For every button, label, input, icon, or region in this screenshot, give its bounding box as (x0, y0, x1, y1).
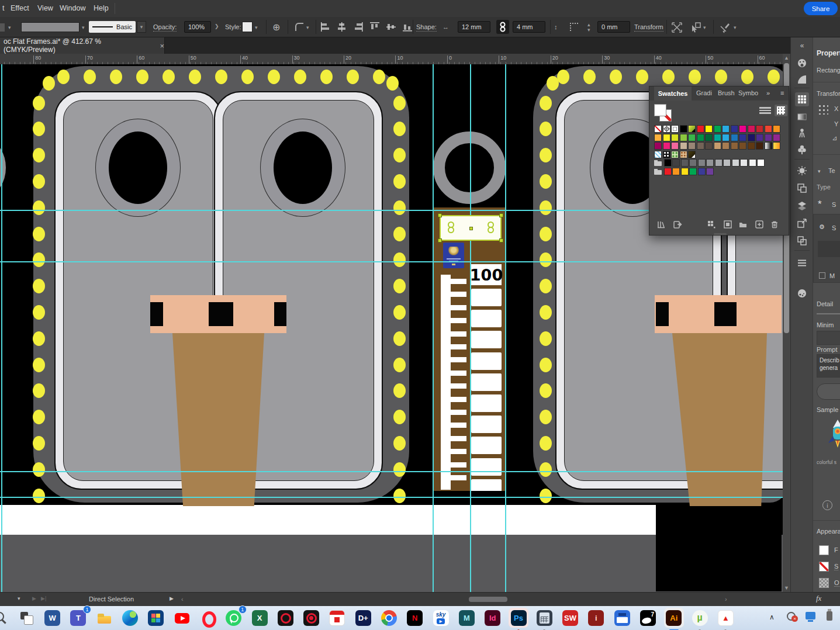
appearance-panel-icon[interactable] (795, 164, 809, 178)
swatch[interactable] (705, 142, 713, 150)
shape-height-field[interactable]: 4 mm (513, 21, 545, 33)
taskbar-icon-edge[interactable] (120, 608, 140, 628)
style-picker-field[interactable] (818, 241, 840, 257)
taskbar-icon-rhino[interactable]: 7 (638, 608, 658, 628)
swatch[interactable] (773, 125, 780, 133)
artwork-white-strip[interactable] (0, 505, 656, 535)
status-expand-icon[interactable]: ▶ (170, 596, 174, 601)
menu-item-partial[interactable]: t (2, 4, 4, 12)
chevron-down-icon[interactable]: ▾ (255, 25, 258, 30)
tray-network-icon[interactable] (787, 612, 796, 621)
select-similar-icon[interactable] (690, 22, 700, 32)
taskbar-icon-opera[interactable] (198, 608, 217, 628)
swatch-libraries-icon[interactable] (655, 219, 667, 230)
taskbar-icon-scanner-app[interactable] (612, 608, 632, 628)
swatch[interactable] (714, 125, 721, 133)
swatch[interactable] (697, 142, 704, 150)
swatch[interactable] (697, 125, 704, 133)
ladder-bar[interactable] (441, 275, 451, 490)
style-swatch[interactable] (242, 22, 253, 32)
fill-swatch[interactable] (819, 545, 829, 555)
meter-label-box[interactable]: 100 (471, 264, 502, 285)
free-transform-icon[interactable] (671, 22, 682, 32)
grid-view-icon[interactable] (775, 105, 787, 116)
stroke-swatch[interactable] (819, 562, 829, 572)
swatch[interactable] (681, 168, 689, 175)
swatches-panel-icon[interactable] (795, 92, 809, 106)
symbols-panel-icon[interactable] (795, 143, 809, 157)
tab-symbols[interactable]: Symbo (738, 89, 758, 96)
fill-indicator[interactable] (654, 104, 666, 116)
brush-definition-field[interactable]: Basic (89, 21, 136, 33)
brush-cap[interactable] (655, 295, 782, 333)
swatch[interactable] (731, 134, 738, 141)
selection-handle[interactable] (499, 238, 503, 243)
swatch[interactable] (654, 151, 662, 158)
info-icon[interactable]: i (822, 500, 832, 510)
asset-export-panel-icon[interactable] (795, 234, 809, 248)
taskbar-icon-youtube[interactable] (172, 608, 192, 628)
selection-handle[interactable] (438, 213, 442, 217)
opacity-label[interactable]: O (834, 579, 839, 587)
swatch[interactable] (663, 134, 670, 141)
porthole-oval[interactable] (260, 119, 345, 217)
swatch[interactable] (765, 134, 772, 141)
taskbar-icon-red-circle-app-2[interactable] (302, 608, 322, 628)
swatch[interactable] (698, 168, 706, 175)
swatch[interactable] (688, 151, 696, 158)
layers-panel-icon[interactable] (795, 199, 809, 213)
taskbar-icon-calculator[interactable] (534, 608, 554, 628)
swatch[interactable] (698, 159, 706, 167)
swatch[interactable] (731, 142, 738, 150)
color-group-folder-icon[interactable] (654, 168, 663, 175)
sample-rocket-image[interactable] (824, 418, 840, 449)
swatch[interactable] (654, 142, 662, 150)
taskbar-icon-teams[interactable]: T1 (68, 608, 88, 628)
new-swatch-icon[interactable] (753, 219, 765, 230)
opacity-label[interactable]: Opacity: (153, 23, 177, 32)
chevron-down-icon[interactable]: ▾ (82, 25, 85, 30)
tab-brushes[interactable]: Brush (718, 89, 735, 96)
variable-width-profile[interactable] (21, 22, 79, 32)
align-right-icon[interactable] (353, 22, 364, 32)
close-icon[interactable]: × (160, 41, 164, 50)
swatch[interactable] (671, 151, 679, 158)
swatch[interactable] (731, 125, 738, 133)
opacity-more-button[interactable]: ❯ (215, 23, 219, 29)
properties-panel-icon[interactable] (795, 256, 809, 270)
reference-point-icon[interactable] (818, 104, 828, 115)
fx-effects-icon[interactable]: fx (816, 594, 821, 603)
taskbar-icon-red-circle-app-1[interactable] (275, 608, 295, 628)
swatch[interactable] (680, 125, 687, 133)
swatch[interactable] (664, 168, 672, 175)
guide-vertical[interactable] (433, 64, 434, 592)
swatch[interactable] (748, 142, 755, 150)
taskbar-icon-file-explorer[interactable] (94, 608, 114, 628)
star-icon[interactable]: * (818, 199, 822, 210)
swatch[interactable] (671, 134, 679, 141)
swatch[interactable] (663, 151, 670, 158)
swatch[interactable] (715, 159, 723, 167)
detail-slider[interactable] (817, 313, 840, 314)
document-setup-globe-icon[interactable]: ⊕ (272, 22, 280, 33)
porthole-oval[interactable] (95, 119, 181, 217)
opacity-swatch[interactable] (819, 578, 829, 588)
show-swatch-kinds-icon[interactable] (706, 219, 717, 230)
guide-vertical[interactable] (505, 64, 506, 592)
taskbar-icon-photoshop[interactable]: Ps (509, 608, 528, 628)
guide-horizontal[interactable] (0, 497, 790, 498)
swatch[interactable] (688, 134, 696, 141)
taskbar-icon-illustrator[interactable]: Ai (664, 608, 684, 628)
stepper-down-icon[interactable]: ▾ (587, 27, 590, 33)
swatch[interactable] (688, 125, 696, 133)
swatch[interactable] (722, 142, 730, 150)
swatch[interactable] (672, 159, 680, 167)
menu-item-help[interactable]: Help (94, 4, 109, 12)
tray-hidden-icons-chevron[interactable]: ∧ (769, 613, 775, 621)
gear-icon[interactable]: ⚙ (819, 223, 825, 231)
chevron-down-icon[interactable]: ▾ (8, 25, 11, 30)
tray-usb-icon[interactable] (827, 611, 832, 621)
color-guide-icon[interactable] (795, 72, 809, 86)
swatch[interactable] (654, 125, 662, 133)
generate-button[interactable] (817, 383, 840, 400)
